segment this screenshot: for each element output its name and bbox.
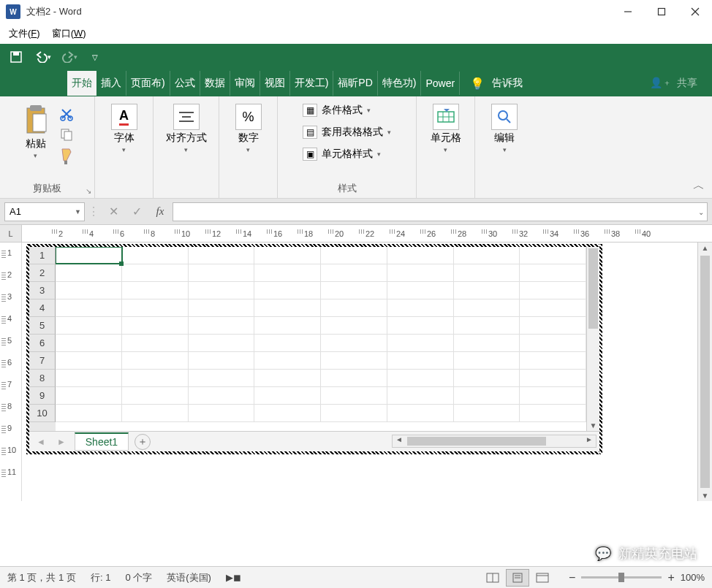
tab-home[interactable]: 开始 bbox=[67, 71, 96, 96]
cell[interactable] bbox=[56, 335, 122, 351]
tell-me[interactable]: 告诉我 bbox=[492, 77, 523, 90]
cell[interactable] bbox=[56, 317, 122, 334]
cell[interactable] bbox=[254, 352, 321, 369]
row-header[interactable]: 3 bbox=[29, 282, 56, 299]
save-icon[interactable] bbox=[7, 48, 25, 66]
status-line[interactable]: 行: 1 bbox=[91, 571, 110, 584]
cell[interactable] bbox=[454, 317, 520, 334]
cell[interactable] bbox=[254, 282, 321, 299]
cell[interactable] bbox=[189, 317, 255, 334]
cell[interactable] bbox=[122, 387, 189, 404]
cell[interactable] bbox=[254, 335, 321, 351]
cell[interactable] bbox=[321, 387, 387, 404]
alignment-button[interactable]: 对齐方式▾ bbox=[162, 101, 211, 156]
cell[interactable] bbox=[122, 317, 189, 334]
collapse-ribbon-icon[interactable]: ︿ bbox=[693, 178, 705, 194]
status-wordcount[interactable]: 0 个字 bbox=[125, 571, 152, 584]
tab-power[interactable]: Power bbox=[421, 72, 460, 95]
row-header[interactable]: 1 bbox=[29, 247, 56, 264]
cell[interactable] bbox=[321, 247, 387, 264]
cell[interactable] bbox=[122, 352, 189, 369]
document-vertical-scrollbar[interactable]: ▲▼ bbox=[697, 243, 712, 501]
cell[interactable] bbox=[189, 405, 255, 421]
cell[interactable] bbox=[387, 387, 454, 404]
paste-button[interactable]: 粘贴▾ bbox=[18, 101, 53, 171]
cell[interactable] bbox=[454, 387, 520, 404]
cell[interactable] bbox=[387, 370, 454, 386]
cell[interactable] bbox=[56, 387, 122, 404]
sheet-horizontal-scrollbar[interactable]: ◄► bbox=[392, 435, 597, 448]
cell[interactable] bbox=[520, 299, 586, 316]
lightbulb-icon[interactable]: 💡 bbox=[470, 77, 485, 91]
add-sheet-button[interactable]: ＋ bbox=[135, 434, 151, 450]
font-button[interactable]: A 字体▾ bbox=[107, 101, 142, 156]
tab-view[interactable]: 视图 bbox=[260, 71, 290, 96]
cell[interactable] bbox=[520, 264, 586, 281]
cell[interactable] bbox=[387, 264, 454, 281]
cell[interactable] bbox=[520, 247, 586, 264]
tab-data[interactable]: 数据 bbox=[200, 71, 230, 96]
cell[interactable] bbox=[321, 299, 387, 316]
cell[interactable] bbox=[520, 405, 586, 421]
cell[interactable] bbox=[520, 387, 586, 404]
format-painter-icon[interactable] bbox=[59, 148, 74, 165]
cell[interactable] bbox=[254, 370, 321, 386]
hruler-scale[interactable]: 246810121416182022242628303234363840 bbox=[22, 225, 712, 242]
cell[interactable] bbox=[56, 299, 122, 316]
cells-area[interactable] bbox=[56, 247, 586, 431]
cell[interactable] bbox=[56, 247, 122, 264]
cell[interactable] bbox=[321, 370, 387, 386]
cell[interactable] bbox=[189, 387, 255, 404]
undo-icon[interactable]: ▾ bbox=[34, 48, 51, 66]
cell[interactable] bbox=[254, 299, 321, 316]
status-language[interactable]: 英语(美国) bbox=[167, 571, 211, 584]
cell[interactable] bbox=[122, 335, 189, 351]
tab-review[interactable]: 审阅 bbox=[230, 71, 260, 96]
cell[interactable] bbox=[520, 370, 586, 386]
row-header[interactable]: 5 bbox=[29, 317, 56, 335]
macro-record-icon[interactable]: ▶◼ bbox=[226, 572, 241, 583]
cell[interactable] bbox=[56, 370, 122, 386]
cell[interactable] bbox=[254, 264, 321, 281]
cell[interactable] bbox=[387, 282, 454, 299]
row-header[interactable]: 4 bbox=[29, 299, 56, 317]
cancel-formula-icon[interactable]: ✕ bbox=[102, 202, 124, 221]
cell[interactable] bbox=[122, 264, 189, 281]
sheet-nav-next-icon[interactable]: ► bbox=[54, 437, 69, 447]
cut-icon[interactable] bbox=[59, 107, 74, 121]
row-header[interactable]: 9 bbox=[29, 387, 56, 405]
cell[interactable] bbox=[254, 405, 321, 421]
cell[interactable] bbox=[520, 335, 586, 351]
cell[interactable] bbox=[122, 370, 189, 386]
minimize-button[interactable] bbox=[611, 0, 645, 23]
web-layout-icon[interactable] bbox=[531, 569, 554, 587]
maximize-button[interactable] bbox=[645, 0, 678, 23]
cell[interactable] bbox=[56, 264, 122, 281]
cell[interactable] bbox=[321, 335, 387, 351]
cell[interactable] bbox=[189, 370, 255, 386]
redo-icon[interactable]: ▾ bbox=[60, 48, 77, 66]
share-button[interactable]: 👤﹢共享 bbox=[650, 77, 697, 90]
cell[interactable] bbox=[387, 335, 454, 351]
formula-input[interactable]: ⌄ bbox=[173, 202, 708, 221]
cell[interactable] bbox=[520, 282, 586, 299]
cell[interactable] bbox=[189, 352, 255, 369]
copy-icon[interactable] bbox=[59, 127, 74, 142]
print-layout-icon[interactable] bbox=[506, 569, 529, 587]
tab-developer[interactable]: 开发工) bbox=[290, 71, 334, 96]
sheet-nav-prev-icon[interactable]: ◄ bbox=[34, 437, 48, 447]
cell[interactable] bbox=[122, 247, 189, 264]
menu-file[interactable]: 文件(F) bbox=[3, 25, 46, 42]
cell[interactable] bbox=[189, 335, 255, 351]
row-header[interactable]: 8 bbox=[29, 370, 56, 387]
cell[interactable] bbox=[122, 405, 189, 421]
embedded-spreadsheet[interactable]: 12345678910 ▼ ◄ ► Sheet1 ＋ ⋮ ◄► bbox=[29, 247, 599, 451]
cell[interactable] bbox=[520, 317, 586, 334]
cell[interactable] bbox=[122, 282, 189, 299]
enter-formula-icon[interactable]: ✓ bbox=[126, 202, 148, 221]
cell[interactable] bbox=[321, 352, 387, 369]
conditional-formatting-button[interactable]: ▦条件格式 ▾ bbox=[303, 104, 391, 117]
cell[interactable] bbox=[387, 352, 454, 369]
close-button[interactable] bbox=[678, 0, 712, 23]
cell[interactable] bbox=[122, 299, 189, 316]
